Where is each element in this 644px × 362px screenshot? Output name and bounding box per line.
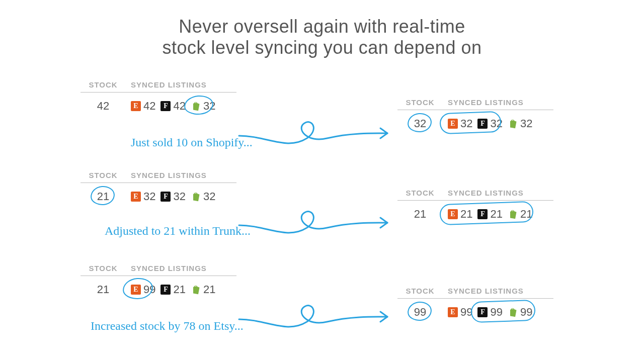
etsy-icon: E xyxy=(448,209,458,219)
listing-etsy: E 32 xyxy=(131,190,155,203)
faire-icon: F xyxy=(477,119,488,129)
listing-value: 32 xyxy=(460,117,472,130)
stock-value: 21 xyxy=(80,283,126,296)
listing-etsy: E 99 xyxy=(448,306,472,319)
panel-headers: STOCK SYNCED LISTINGS xyxy=(80,80,236,93)
listing-faire: F 21 xyxy=(160,283,185,296)
header-stock: STOCK xyxy=(80,264,126,273)
listing-value: 32 xyxy=(173,190,185,203)
etsy-icon: E xyxy=(448,119,458,129)
listing-faire: F 42 xyxy=(160,100,185,113)
headline-line1: Never oversell again with real-time xyxy=(0,16,644,37)
listing-faire: F 99 xyxy=(477,306,502,319)
panel-values: 42 E 42 F 42 32 xyxy=(80,93,236,113)
panel-headers: STOCK SYNCED LISTINGS xyxy=(397,98,553,110)
faire-icon: F xyxy=(477,307,488,317)
listing-faire: F 32 xyxy=(477,117,502,130)
listing-shopify: 21 xyxy=(508,208,532,221)
listing-value: 99 xyxy=(143,283,155,296)
listing-value: 99 xyxy=(460,306,472,319)
header-synced: SYNCED LISTINGS xyxy=(126,171,236,179)
header-synced: SYNCED LISTINGS xyxy=(443,189,553,197)
arrow-icon xyxy=(236,205,392,245)
etsy-icon: E xyxy=(131,192,141,202)
synced-listings: E 42 F 42 32 xyxy=(126,100,236,113)
panel-values: 21 E 21 F 21 21 xyxy=(397,201,553,221)
stock-value: 21 xyxy=(397,208,443,221)
listing-value: 21 xyxy=(173,283,185,296)
stock-value: 99 xyxy=(397,306,443,319)
arrow-icon xyxy=(236,116,392,156)
synced-listings: E 32 F 32 32 xyxy=(443,117,553,130)
listing-value: 21 xyxy=(460,208,472,221)
header-synced: SYNCED LISTINGS xyxy=(126,80,236,89)
header-synced: SYNCED LISTINGS xyxy=(126,264,236,273)
synced-listings: E 99 F 99 99 xyxy=(443,306,553,319)
listing-etsy: E 99 xyxy=(131,283,155,296)
shopify-icon xyxy=(508,209,518,219)
faire-icon: F xyxy=(160,101,171,111)
panel-headers: STOCK SYNCED LISTINGS xyxy=(80,264,236,276)
handwritten-note: Just sold 10 on Shopify... xyxy=(131,136,253,149)
shopify-icon xyxy=(191,101,201,111)
etsy-icon: E xyxy=(131,101,141,111)
etsy-icon: E xyxy=(131,285,141,295)
listing-faire: F 32 xyxy=(160,190,185,203)
stock-value: 42 xyxy=(80,100,126,113)
listing-value: 99 xyxy=(490,306,502,319)
faire-icon: F xyxy=(477,209,488,219)
listing-shopify: 32 xyxy=(191,190,215,203)
header-stock: STOCK xyxy=(397,189,443,197)
page: Never oversell again with real-time stoc… xyxy=(0,0,644,362)
listing-etsy: E 21 xyxy=(448,208,472,221)
listing-faire: F 21 xyxy=(477,208,502,221)
panel-headers: STOCK SYNCED LISTINGS xyxy=(397,287,553,299)
shopify-icon xyxy=(191,192,201,202)
handwritten-note: Adjusted to 21 within Trunk... xyxy=(105,224,251,238)
stock-value: 32 xyxy=(397,117,443,130)
sync-example-row-3: STOCK SYNCED LISTINGS 21 E 99 F 21 xyxy=(0,264,644,359)
panel-values: 99 E 99 F 99 99 xyxy=(397,299,553,319)
panel-headers: STOCK SYNCED LISTINGS xyxy=(397,189,553,201)
listing-value: 21 xyxy=(520,208,532,221)
panel-values: 21 E 32 F 32 32 xyxy=(80,183,236,203)
listing-value: 21 xyxy=(490,208,502,221)
header-stock: STOCK xyxy=(397,287,443,295)
shopify-icon xyxy=(191,285,201,295)
listing-value: 32 xyxy=(143,190,155,203)
header-synced: SYNCED LISTINGS xyxy=(443,98,553,107)
after-panel: STOCK SYNCED LISTINGS 99 E 99 F 99 xyxy=(397,287,553,319)
listing-value: 32 xyxy=(490,117,502,130)
faire-icon: F xyxy=(160,192,171,202)
handwritten-note: Increased stock by 78 on Etsy... xyxy=(91,319,244,333)
arrow-icon xyxy=(236,299,392,339)
after-panel: STOCK SYNCED LISTINGS 32 E 32 F 32 xyxy=(397,98,553,130)
etsy-icon: E xyxy=(448,307,458,317)
sync-example-row-1: STOCK SYNCED LISTINGS 42 E 42 F 42 xyxy=(0,80,644,176)
panel-headers: STOCK SYNCED LISTINGS xyxy=(80,171,236,183)
before-panel: STOCK SYNCED LISTINGS 21 E 32 F 32 xyxy=(80,171,236,203)
listing-value: 42 xyxy=(173,100,185,113)
synced-listings: E 21 F 21 21 xyxy=(443,208,553,221)
synced-listings: E 99 F 21 21 xyxy=(126,283,236,296)
before-panel: STOCK SYNCED LISTINGS 21 E 99 F 21 xyxy=(80,264,236,296)
listing-etsy: E 32 xyxy=(448,117,472,130)
panel-values: 32 E 32 F 32 32 xyxy=(397,110,553,130)
shopify-icon xyxy=(508,119,518,129)
header-stock: STOCK xyxy=(80,80,126,89)
listing-shopify: 32 xyxy=(191,100,215,113)
listing-shopify: 32 xyxy=(508,117,532,130)
before-panel: STOCK SYNCED LISTINGS 42 E 42 F 42 xyxy=(80,80,236,113)
stock-value: 21 xyxy=(80,190,126,203)
listing-value: 32 xyxy=(520,117,532,130)
faire-icon: F xyxy=(160,285,171,295)
sync-example-row-2: STOCK SYNCED LISTINGS 21 E 32 F 32 xyxy=(0,171,644,266)
header-stock: STOCK xyxy=(80,171,126,179)
header-stock: STOCK xyxy=(397,98,443,107)
listing-value: 21 xyxy=(203,283,215,296)
after-panel: STOCK SYNCED LISTINGS 21 E 21 F 21 xyxy=(397,189,553,221)
listing-value: 42 xyxy=(143,100,155,113)
headline: Never oversell again with real-time stoc… xyxy=(0,16,644,58)
listing-value: 99 xyxy=(520,306,532,319)
panel-values: 21 E 99 F 21 21 xyxy=(80,276,236,296)
